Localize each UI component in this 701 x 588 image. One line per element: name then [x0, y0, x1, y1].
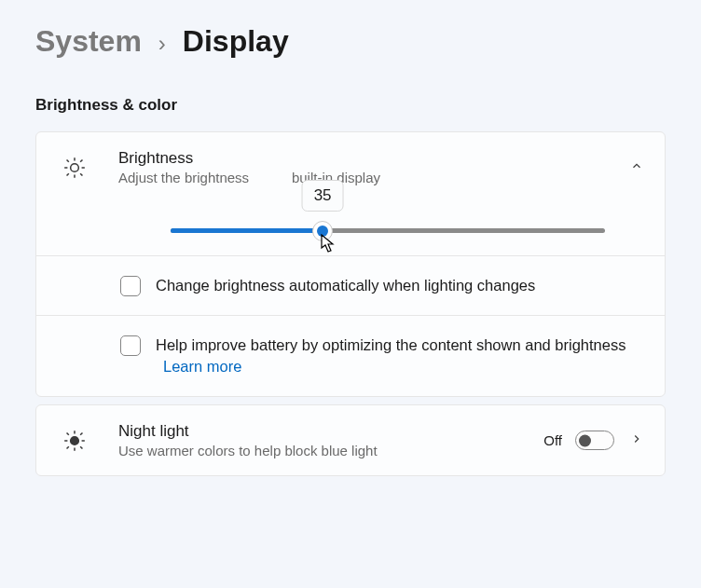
optimize-content-label: Help improve battery by optimizing the c… — [156, 335, 644, 377]
auto-brightness-checkbox[interactable] — [120, 276, 141, 296]
auto-brightness-row: Change brightness automatically when lig… — [36, 255, 665, 315]
night-light-row[interactable]: Night light Use warmer colors to help bl… — [36, 405, 665, 475]
section-header: Brightness & color — [35, 96, 666, 115]
chevron-right-icon[interactable] — [627, 431, 646, 450]
night-light-card: Night light Use warmer colors to help bl… — [35, 404, 666, 476]
brightness-row: Brightness Adjust the brightness built-i… — [36, 132, 665, 255]
brightness-description: Adjust the brightness built-in display — [118, 170, 611, 185]
night-light-description: Use warmer colors to help block blue lig… — [118, 443, 527, 458]
svg-line-3 — [67, 159, 69, 161]
night-light-title: Night light — [118, 422, 527, 441]
brightness-title: Brightness — [118, 149, 611, 168]
night-light-toggle[interactable] — [575, 431, 614, 450]
optimize-content-row: Help improve battery by optimizing the c… — [36, 315, 665, 396]
svg-line-4 — [80, 173, 82, 175]
brightness-slider[interactable]: 35 — [171, 228, 605, 233]
brightness-card: Brightness Adjust the brightness built-i… — [35, 131, 666, 397]
auto-brightness-label: Change brightness automatically when lig… — [156, 275, 535, 296]
svg-point-9 — [71, 436, 79, 444]
svg-line-16 — [67, 446, 69, 448]
svg-line-8 — [80, 159, 82, 161]
breadcrumb-system[interactable]: System — [35, 24, 142, 59]
night-light-icon — [48, 429, 102, 453]
brightness-slider-thumb[interactable] — [312, 221, 333, 241]
chevron-up-icon[interactable] — [627, 157, 646, 177]
learn-more-link[interactable]: Learn more — [163, 358, 241, 375]
svg-line-13 — [80, 446, 82, 448]
brightness-icon — [48, 156, 102, 180]
svg-point-0 — [71, 163, 79, 171]
brightness-slider-container: 35 — [48, 228, 646, 233]
optimize-content-checkbox[interactable] — [120, 335, 141, 356]
chevron-right-icon: › — [158, 31, 166, 57]
breadcrumb: System › Display — [35, 24, 666, 59]
svg-line-17 — [80, 432, 82, 434]
svg-line-12 — [67, 432, 69, 434]
svg-line-7 — [67, 173, 69, 175]
night-light-status: Off — [543, 432, 562, 448]
page-title: Display — [183, 24, 289, 59]
brightness-value-tooltip: 35 — [302, 180, 344, 212]
